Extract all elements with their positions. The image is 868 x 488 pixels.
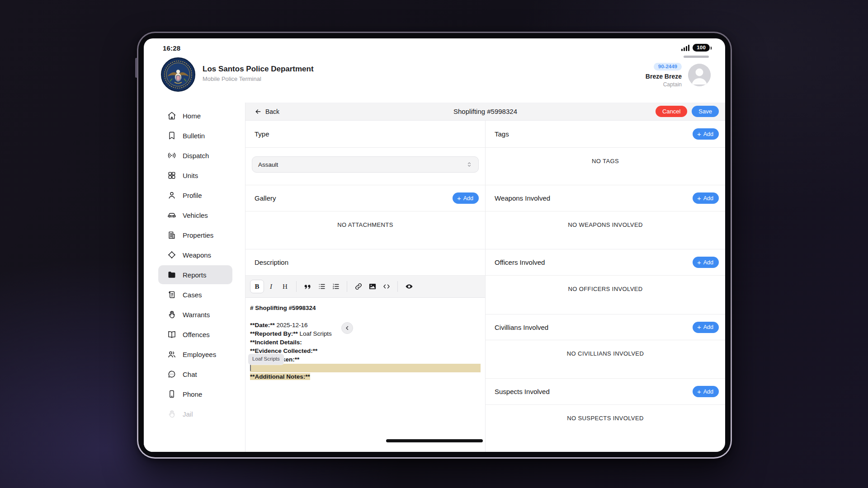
preview-button[interactable]: [402, 280, 416, 293]
bookmark-icon: [167, 131, 176, 140]
app-header: Los Santos Police Department Mobile Poli…: [144, 55, 725, 103]
sidebar-item-label: Home: [183, 112, 201, 120]
home-indicator[interactable]: [386, 439, 483, 442]
sidebar-item-cases[interactable]: Cases: [158, 285, 232, 304]
sidebar-item-label: Employees: [183, 351, 216, 358]
sidebar-item-label: Profile: [183, 192, 202, 199]
home-icon: [167, 111, 176, 120]
suspects-involved-section-title: Suspects Involved: [495, 388, 550, 395]
status-icons: 100: [681, 44, 710, 52]
sidebar-item-bulletin[interactable]: Bulletin: [158, 126, 232, 145]
sidebar-item-home[interactable]: Home: [158, 106, 232, 125]
signal-strength-icon: [681, 45, 689, 51]
sidebar-item-warrants[interactable]: Warrants: [158, 305, 232, 324]
crosshair-icon: [167, 250, 176, 259]
report-left-column: Type Assault Gallery +Add: [245, 121, 486, 452]
gallery-empty-text: NO ATTACHMENTS: [337, 221, 393, 228]
user-icon: [167, 191, 176, 200]
main-content: Back Shoplifting #5998324 Cancel Save Ty…: [245, 103, 725, 452]
sidebar-item-label: Weapons: [183, 251, 211, 259]
avatar[interactable]: [688, 64, 711, 86]
toolbar-separator: [397, 281, 398, 292]
report-title: Shoplifting #5998324: [453, 108, 517, 115]
unordered-list-button[interactable]: [315, 280, 329, 293]
back-label: Back: [265, 108, 279, 115]
weapons-involved-add-button[interactable]: +Add: [693, 192, 719, 204]
tags-section-content: NO TAGS: [486, 148, 725, 185]
plus-icon: +: [697, 195, 701, 202]
text-caret: [250, 365, 251, 371]
app-subtitle: Mobile Police Terminal: [203, 75, 314, 82]
editor-line: **Action Taken:**Loaf Scripts: [250, 355, 481, 364]
sidebar-item-dispatch[interactable]: Dispatch: [158, 146, 232, 165]
sidebar-item-profile[interactable]: Profile: [158, 186, 232, 205]
sidebar-item-vehicles[interactable]: Vehicles: [158, 206, 232, 225]
editor-line: [250, 312, 481, 321]
ordered-list-button[interactable]: [329, 280, 343, 293]
sidebar-item-weapons[interactable]: Weapons: [158, 245, 232, 264]
heading-button[interactable]: H: [278, 280, 292, 293]
officers-involved-add-button[interactable]: +Add: [693, 257, 719, 268]
sidebar-item-units[interactable]: Units: [158, 166, 232, 185]
report-type-select[interactable]: Assault: [252, 156, 479, 173]
callsign-badge: 90-2449: [654, 63, 682, 70]
sidebar-collapse-button[interactable]: [341, 322, 353, 334]
suspects-involved-empty-text: NO SUSPECTS INVOLVED: [567, 415, 644, 422]
status-time: 16:28: [163, 44, 180, 52]
link-button[interactable]: [351, 280, 365, 293]
back-arrow-icon: [255, 108, 262, 115]
user-rank: Captain: [646, 81, 682, 88]
sidebar-item-label: Dispatch: [183, 152, 209, 160]
weapons-involved-section-content: NO WEAPONS INVOLVED: [486, 211, 725, 249]
description-editor[interactable]: # Shoplifting #5998324**Date:** 2025-12-…: [245, 298, 485, 452]
gallery-add-button[interactable]: +Add: [453, 192, 479, 204]
save-button[interactable]: Save: [692, 106, 719, 117]
type-section-content: Assault: [245, 148, 485, 185]
sidebar-item-label: Warrants: [183, 311, 210, 319]
sidebar-item-label: Jail: [183, 410, 193, 418]
weapons-involved-section-header: Weapons Involved+Add: [486, 185, 725, 211]
code-button[interactable]: [379, 280, 393, 293]
markdown-toolbar: BIH: [245, 276, 485, 298]
sidebar-item-phone[interactable]: Phone: [158, 385, 232, 404]
book-icon: [167, 330, 176, 339]
editor-line: # Shoplifting #5998324: [250, 304, 481, 312]
sidebar-item-offences[interactable]: Offences: [158, 325, 232, 344]
sidebar-item-employees[interactable]: Employees: [158, 345, 232, 364]
tablet-screen: 16:28 100: [144, 38, 725, 452]
phone-icon: [167, 389, 176, 399]
report-type-value: Assault: [258, 161, 278, 168]
hand-icon: [167, 409, 176, 418]
officers-involved-empty-text: NO OFFICERS INVOLVED: [568, 286, 642, 292]
editor-line: **Reported By:** Loaf Scripts: [250, 329, 481, 338]
sidebar-item-label: Cases: [183, 291, 202, 299]
tablet-bezel: 16:28 100: [138, 33, 731, 457]
chevron-left-icon: [344, 325, 350, 331]
gallery-section-title: Gallery: [255, 194, 276, 202]
italic-button[interactable]: I: [264, 280, 278, 293]
sidebar-item-reports[interactable]: Reports: [158, 265, 232, 284]
sidebar-item-chat[interactable]: Chat: [158, 365, 232, 384]
weapons-involved-empty-text: NO WEAPONS INVOLVED: [568, 221, 643, 228]
tags-add-button[interactable]: +Add: [693, 128, 719, 140]
cancel-button[interactable]: Cancel: [656, 106, 687, 117]
car-icon: [167, 211, 176, 220]
toolbar-separator: [296, 281, 297, 292]
type-section-header: Type: [245, 121, 485, 148]
department-title: Los Santos Police Department: [203, 65, 314, 74]
tags-empty-text: NO TAGS: [592, 158, 619, 164]
sidebar-item-properties[interactable]: Properties: [158, 225, 232, 244]
quote-button[interactable]: [301, 280, 315, 293]
bold-button[interactable]: B: [250, 280, 264, 293]
plus-icon: +: [697, 324, 701, 330]
plus-icon: +: [697, 131, 701, 137]
image-button[interactable]: [365, 280, 379, 293]
plus-icon: +: [697, 388, 701, 395]
radio-icon: [167, 151, 176, 160]
plus-icon: +: [697, 259, 701, 266]
back-button[interactable]: Back: [255, 108, 279, 115]
civilians-involved-add-button[interactable]: +Add: [693, 322, 719, 333]
suspects-involved-section-header: Suspects Involved+Add: [486, 379, 725, 405]
sidebar-item-label: Phone: [183, 390, 202, 398]
suspects-involved-add-button[interactable]: +Add: [693, 386, 719, 397]
